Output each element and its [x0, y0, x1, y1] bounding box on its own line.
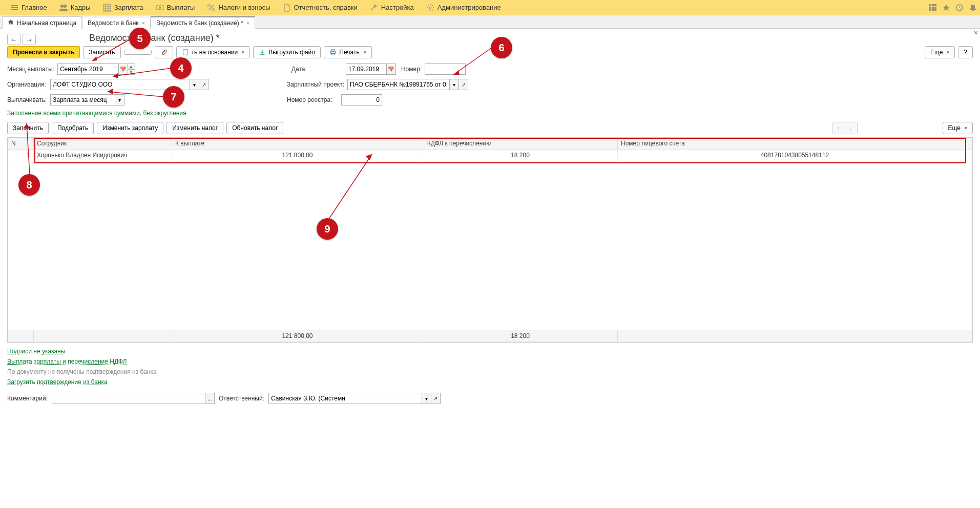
spin-down[interactable]: ▾	[128, 69, 135, 75]
svg-rect-20	[332, 50, 335, 52]
paperclip-icon	[160, 49, 168, 56]
create-based-button[interactable]: ть на основании	[176, 46, 251, 58]
project-input[interactable]	[347, 79, 450, 90]
org-label: Организация:	[7, 81, 47, 88]
cell-employee: Хоронько Владлен Исидорович	[34, 150, 172, 161]
row-down-button[interactable]: ↓	[845, 122, 857, 134]
employees-table: N Сотрудник К выплате НДФЛ к перечислени…	[7, 137, 973, 343]
save-button[interactable]: Записать	[83, 46, 120, 58]
footer-tax: 18 200	[423, 330, 618, 342]
open-icon[interactable]: ↗	[459, 79, 468, 90]
help-button[interactable]: ?	[958, 46, 973, 58]
pick-button[interactable]: Подобрать	[52, 122, 94, 134]
export-file-button[interactable]: Выгрузить файл	[253, 46, 321, 58]
cell-n: 1	[8, 150, 34, 161]
svg-line-6	[208, 5, 214, 10]
change-salary-button[interactable]: Изменить зарплату	[97, 122, 163, 134]
grid-empty-space	[8, 161, 972, 330]
menu-label: Зарплата	[114, 4, 143, 11]
doc-icon	[182, 49, 189, 56]
menu-hr[interactable]: Кадры	[53, 0, 97, 15]
export-icon	[259, 49, 266, 56]
percent-icon	[207, 4, 215, 12]
star-icon[interactable]	[942, 4, 950, 12]
signatures-link[interactable]: Подписи не указаны	[7, 348, 973, 355]
spin-up[interactable]: ▴	[128, 64, 135, 69]
menu-label: Выплаты	[167, 4, 195, 11]
bell-icon[interactable]	[969, 4, 977, 12]
menu-label: Главное	[22, 4, 47, 11]
svg-point-1	[64, 5, 67, 8]
menu-taxes[interactable]: Налоги и взносы	[201, 0, 276, 15]
nav-forward-button[interactable]: →	[23, 34, 36, 45]
more-button[interactable]: Еще	[925, 46, 955, 58]
calendar-icon[interactable]: 📅	[387, 64, 396, 75]
gear-icon	[426, 4, 434, 12]
marker-6: 6	[491, 37, 512, 58]
attach-button[interactable]	[155, 46, 173, 58]
open-icon[interactable]: ↗	[431, 393, 441, 404]
table-icon	[103, 4, 111, 12]
registry-label: Номер реестра:	[287, 96, 338, 103]
svg-point-5	[212, 8, 215, 11]
svg-point-0	[60, 5, 64, 8]
col-employee[interactable]: Сотрудник	[34, 138, 172, 150]
col-pay[interactable]: К выплате	[172, 138, 423, 150]
btn-label: Выгрузить файл	[268, 49, 315, 56]
apps-icon[interactable]	[929, 4, 937, 12]
date-input[interactable]	[346, 64, 387, 75]
comment-expand-button[interactable]: ...	[205, 393, 215, 404]
more-button-table[interactable]: Еще	[943, 122, 973, 134]
month-input[interactable]	[57, 64, 119, 75]
update-tax-button[interactable]: Обновить налог	[226, 122, 283, 134]
pay-input[interactable]	[50, 94, 115, 105]
table-row[interactable]: 1 Хоронько Владлен Исидорович 121 800,00…	[8, 150, 972, 161]
number-input[interactable]	[425, 64, 466, 75]
svg-rect-10	[934, 4, 936, 6]
btn-label: Печать	[339, 49, 359, 56]
print-button[interactable]: Печать	[324, 46, 371, 58]
svg-rect-18	[183, 50, 187, 55]
post-button[interactable]	[124, 50, 152, 55]
calendar-icon[interactable]: 📅	[119, 64, 128, 75]
svg-point-4	[208, 4, 211, 7]
comment-input[interactable]	[52, 393, 205, 404]
fill-hint-link[interactable]: Заполнение всеми причитающимися суммами,…	[7, 110, 186, 117]
pay-tax-link[interactable]: Выплата зарплаты и перечисление НДФЛ	[7, 358, 973, 365]
menu-admin[interactable]: Администрирование	[420, 0, 507, 15]
dropdown-icon[interactable]: ▾	[450, 79, 459, 90]
change-tax-button[interactable]: Изменить налог	[166, 122, 223, 134]
menu-main[interactable]: Главное	[4, 0, 53, 15]
fill-button[interactable]: Заполнить	[7, 122, 49, 134]
menu-salary[interactable]: Зарплата	[97, 0, 150, 15]
nav-back-button[interactable]: ←	[7, 34, 20, 45]
close-page-icon[interactable]: ×	[974, 29, 978, 37]
responsible-input[interactable]	[268, 393, 422, 404]
tab-label: Ведомость в банк (создание) *	[156, 19, 243, 27]
menu-reports[interactable]: Отчетность, справки	[277, 0, 364, 15]
svg-point-3	[159, 7, 161, 9]
history-icon[interactable]	[955, 4, 964, 12]
tab-home[interactable]: Начальная страница	[2, 16, 82, 29]
menu-payments[interactable]: Выплаты	[150, 0, 201, 15]
load-confirm-link[interactable]: Загрузить подтверждение из банка	[7, 378, 973, 386]
close-icon[interactable]: ×	[246, 20, 249, 26]
tab-vedomosti[interactable]: Ведомости в банк ×	[82, 17, 151, 29]
tab-vedomost-create[interactable]: Ведомость в банк (создание) * ×	[151, 16, 255, 29]
svg-rect-12	[932, 7, 934, 9]
dropdown-icon[interactable]: ▾	[190, 79, 199, 90]
col-tax[interactable]: НДФЛ к перечислению	[423, 138, 618, 150]
menu-settings[interactable]: Настройка	[364, 0, 420, 15]
row-up-button[interactable]: ↑	[832, 122, 845, 134]
dropdown-icon[interactable]: ▾	[422, 393, 431, 404]
svg-rect-8	[929, 4, 931, 6]
col-account[interactable]: Номер лицевого счета	[618, 138, 972, 150]
registry-input[interactable]	[341, 94, 382, 105]
svg-rect-15	[932, 9, 934, 11]
post-and-close-button[interactable]: Провести и закрыть	[7, 46, 80, 58]
dropdown-icon[interactable]: ▾	[115, 94, 124, 105]
close-icon[interactable]: ×	[142, 20, 145, 26]
open-icon[interactable]: ↗	[199, 79, 208, 90]
bank-confirm-note: По документу не получены подтверждения и…	[7, 368, 973, 375]
col-n[interactable]: N	[8, 138, 34, 150]
